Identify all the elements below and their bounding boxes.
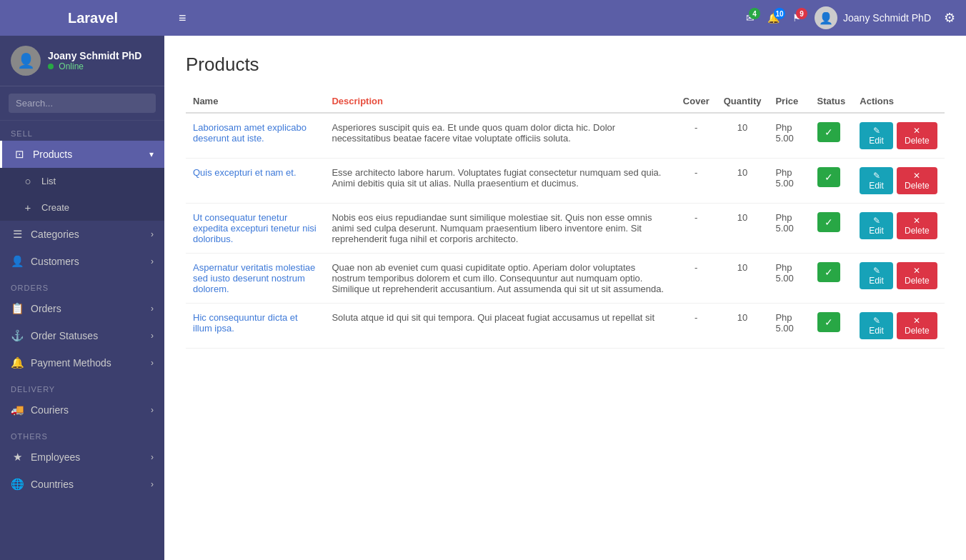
sidebar-item-countries[interactable]: 🌐 Countries › [0,471,164,498]
product-link[interactable]: Quis excepturi et nam et. [193,167,297,178]
product-link[interactable]: Ut consequatur tenetur expedita exceptur… [193,212,317,244]
edit-button[interactable]: ✎ Edit [860,167,892,194]
col-actions: Actions [852,90,945,113]
cell-price: Php 5.00 [768,304,810,349]
action-buttons: ✎ Edit ✕ Delete [860,262,937,289]
product-table: Name Description Cover Quantity Price St… [186,90,945,349]
section-label-delivery: DELIVERY [0,376,164,396]
cell-cover: - [676,159,717,204]
page-title: Products [186,54,945,76]
action-buttons: ✎ Edit ✕ Delete [860,312,937,339]
brand-logo: Laravel [11,10,175,26]
cell-description: Esse architecto labore harum. Voluptates… [324,159,675,204]
cell-price: Php 5.00 [768,113,810,159]
cell-status: ✓ [810,254,853,304]
sidebar-item-products[interactable]: ⊡ Products ▾ [0,141,164,168]
status-ok-button[interactable]: ✓ [817,212,840,232]
col-name: Name [186,90,324,113]
cell-actions: ✎ Edit ✕ Delete [852,204,945,254]
chevron-right-icon: › [151,229,154,239]
action-buttons: ✎ Edit ✕ Delete [860,212,937,239]
orders-icon: 📋 [11,302,24,315]
flag-icon-wrap[interactable]: ⚑ 9 [792,12,802,24]
flag-badge: 9 [796,8,807,19]
status-dot [48,64,54,69]
chevron-right-icon: › [151,304,154,314]
user-info[interactable]: 👤 Joany Schmidt PhD [815,6,931,29]
cell-price: Php 5.00 [768,254,810,304]
col-status: Status [810,90,853,113]
cell-name: Quis excepturi et nam et. [186,159,324,204]
sidebar-item-order-statuses[interactable]: ⚓ Order Statuses › [0,322,164,349]
cell-cover: - [676,204,717,254]
section-label-sell: SELL [0,121,164,141]
sidebar-user: 👤 Joany Schmidt PhD Online [0,36,164,86]
cell-cover: - [676,113,717,159]
product-link[interactable]: Hic consequuntur dicta et illum ipsa. [193,312,298,334]
col-price: Price [768,90,810,113]
action-buttons: ✎ Edit ✕ Delete [860,122,937,149]
edit-button[interactable]: ✎ Edit [860,312,892,339]
edit-button[interactable]: ✎ Edit [860,122,892,149]
table-row: Ut consequatur tenetur expedita exceptur… [186,204,945,254]
main-layout: 👤 Joany Schmidt PhD Online SELL ⊡ Produc… [0,36,966,560]
cell-status: ✓ [810,204,853,254]
list-icon: ○ [21,175,34,187]
cell-actions: ✎ Edit ✕ Delete [852,254,945,304]
sidebar-user-name: Joany Schmidt PhD [48,50,141,61]
order-statuses-icon: ⚓ [11,329,24,342]
cell-quantity: 10 [717,304,769,349]
edit-button[interactable]: ✎ Edit [860,262,892,289]
navbar-right: ✉ 4 🔔 10 ⚑ 9 👤 Joany Schmidt PhD ⚙ [746,6,955,29]
sidebar-item-couriers[interactable]: 🚚 Couriers › [0,396,164,424]
delete-button[interactable]: ✕ Delete [897,262,937,289]
cell-quantity: 10 [717,254,769,304]
settings-icon[interactable]: ⚙ [944,10,955,26]
cell-status: ✓ [810,159,853,204]
status-ok-button[interactable]: ✓ [817,167,840,187]
navbar: Laravel ≡ ✉ 4 🔔 10 ⚑ 9 👤 Joany Schmidt P… [0,0,966,36]
product-link[interactable]: Laboriosam amet explicabo deserunt aut i… [193,122,307,144]
chevron-right-icon: › [151,405,154,415]
sidebar-item-payment-methods[interactable]: 🔔 Payment Methods › [0,349,164,376]
menu-toggle-icon[interactable]: ≡ [179,11,186,26]
delete-button[interactable]: ✕ Delete [897,122,937,149]
col-description: Description [324,90,675,113]
sidebar-item-list[interactable]: ○ List [0,168,164,194]
delete-button[interactable]: ✕ Delete [897,167,937,194]
mail-icon-wrap[interactable]: ✉ 4 [746,12,755,24]
cell-description: Quae non ab eveniet cum quasi cupiditate… [324,254,675,304]
products-submenu: ○ List + Create [0,168,164,221]
status-ok-button[interactable]: ✓ [817,122,840,142]
table-row: Hic consequuntur dicta et illum ipsa. So… [186,304,945,349]
table-row: Laboriosam amet explicabo deserunt aut i… [186,113,945,159]
cell-name: Aspernatur veritatis molestiae sed iusto… [186,254,324,304]
table-row: Aspernatur veritatis molestiae sed iusto… [186,254,945,304]
col-cover: Cover [676,90,717,113]
sidebar-user-status: Online [48,61,141,71]
couriers-icon: 🚚 [11,404,24,416]
cell-name: Hic consequuntur dicta et illum ipsa. [186,304,324,349]
search-input[interactable] [9,94,156,113]
sidebar-item-customers[interactable]: 👤 Customers › [0,248,164,275]
section-label-others: OTHERS [0,424,164,444]
sidebar-item-create[interactable]: + Create [0,194,164,221]
sidebar-item-orders[interactable]: 📋 Orders › [0,295,164,322]
cell-price: Php 5.00 [768,159,810,204]
product-link[interactable]: Aspernatur veritatis molestiae sed iusto… [193,262,315,294]
status-ok-button[interactable]: ✓ [817,262,840,282]
chevron-right-icon: › [151,358,154,368]
mail-badge: 4 [749,8,760,19]
cell-actions: ✎ Edit ✕ Delete [852,113,945,159]
action-buttons: ✎ Edit ✕ Delete [860,167,937,194]
bell-icon-wrap[interactable]: 🔔 10 [767,12,780,24]
delete-button[interactable]: ✕ Delete [897,312,937,339]
sidebar-item-categories[interactable]: ☰ Categories › [0,221,164,248]
delete-button[interactable]: ✕ Delete [897,212,937,239]
status-ok-button[interactable]: ✓ [817,312,840,332]
sidebar-item-employees[interactable]: ★ Employees › [0,444,164,471]
edit-button[interactable]: ✎ Edit [860,212,892,239]
countries-icon: 🌐 [11,478,24,491]
sidebar: 👤 Joany Schmidt PhD Online SELL ⊡ Produc… [0,36,164,560]
cell-quantity: 10 [717,159,769,204]
